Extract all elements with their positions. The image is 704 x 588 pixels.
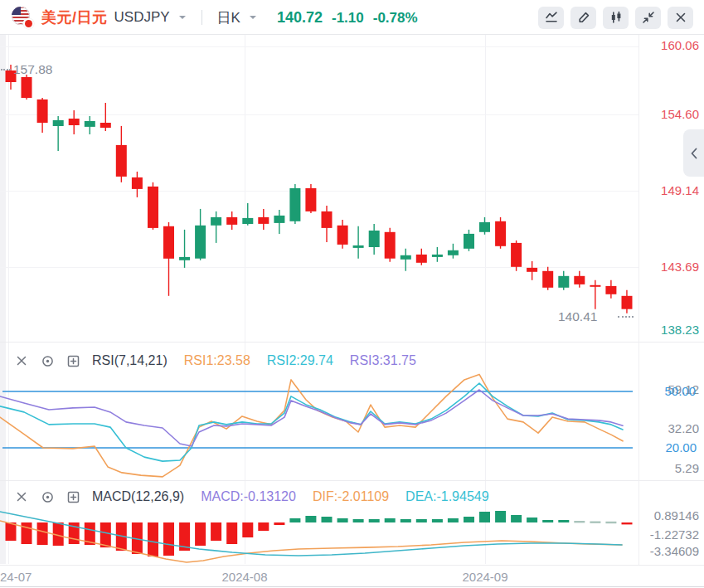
collapse-arrows-icon: [641, 10, 656, 25]
rsi-axis-label: 50.00: [664, 384, 696, 398]
rsi-chart[interactable]: [0, 373, 638, 479]
candle: [590, 280, 600, 309]
rsi-close-button[interactable]: [14, 353, 29, 368]
candle: [242, 203, 253, 226]
usdjpy-pair-flag-icon: [12, 7, 34, 28]
macd-histogram-bar: [258, 522, 269, 531]
pair-code-selector[interactable]: USDJPY: [114, 9, 170, 26]
macd-histogram-bar: [432, 519, 443, 522]
candle: [100, 103, 111, 131]
macd-histogram-bar: [148, 522, 158, 556]
candle: [53, 116, 64, 151]
pair-name-chinese: 美元/日元: [41, 7, 108, 27]
line-chart-button[interactable]: [538, 7, 564, 29]
macd-histogram-bar: [163, 522, 174, 556]
rsi-pane-header: RSI(7,14,21) RSI1:23.58 RSI2:29.74 RSI3:…: [14, 351, 416, 371]
macd-histogram-bar: [558, 520, 569, 522]
rsi1-value: RSI1:23.58: [184, 353, 250, 368]
candle: [448, 244, 459, 259]
macd-histogram-bar: [337, 518, 348, 522]
candle: [132, 172, 143, 197]
candle: [416, 249, 427, 265]
macd-histogram-bar: [511, 515, 522, 522]
symbol-group: 美元/日元 USDJPY 日K 140.72 -1.10 -0.78%: [0, 7, 418, 28]
rsi3-value: RSI3:31.75: [350, 353, 416, 368]
price-change-percent: -0.78%: [373, 10, 418, 27]
candle: [353, 226, 364, 259]
candle: [495, 217, 506, 249]
macd-histogram-bar: [574, 521, 585, 522]
last-price: 140.72: [277, 9, 323, 27]
macd-histogram-bar: [226, 522, 237, 544]
collapse-chart-button[interactable]: [635, 7, 661, 29]
candlestick-style-button[interactable]: [603, 7, 629, 29]
candle: [195, 209, 206, 260]
price-axis-label: 143.69: [661, 260, 699, 274]
candle: [574, 271, 585, 288]
chevron-down-icon[interactable]: [250, 16, 256, 22]
chevron-down-icon[interactable]: [179, 16, 186, 22]
price-axis-label: 149.14: [661, 183, 699, 197]
chart-header: 美元/日元 USDJPY 日K 140.72 -1.10 -0.78%: [0, 0, 704, 35]
macd-close-button[interactable]: [14, 489, 29, 504]
macd-histogram-bar: [195, 522, 206, 546]
macd-settings-button[interactable]: [40, 489, 55, 504]
plus-square-icon: [66, 490, 80, 504]
macd-histogram-bar: [369, 519, 380, 522]
candle: [479, 217, 490, 235]
candle: [401, 249, 411, 271]
price-change: -1.10: [332, 10, 364, 27]
price-axis-label: 154.60: [661, 107, 699, 121]
candle: [527, 261, 537, 280]
close-chart-button[interactable]: [668, 7, 693, 29]
candle: [622, 290, 633, 313]
macd-histogram-bar: [289, 518, 300, 522]
candle: [605, 280, 616, 299]
close-icon: [673, 10, 688, 25]
candle: [558, 271, 569, 290]
candle: [22, 75, 32, 100]
close-icon: [15, 354, 28, 367]
macd-histogram-bar: [479, 512, 490, 522]
candle: [322, 206, 333, 242]
candle: [305, 184, 316, 213]
rsi-add-button[interactable]: [66, 353, 80, 368]
interval-selector[interactable]: 日K: [217, 8, 240, 27]
chart-toolbar: [538, 7, 704, 29]
macd-histogram-bar: [385, 518, 396, 522]
candle: [37, 98, 48, 133]
rsi-settings-button[interactable]: [40, 353, 55, 368]
macd-histogram-bar: [242, 522, 253, 537]
header-divider: [201, 10, 202, 25]
candlestick-chart[interactable]: [0, 35, 638, 344]
macd-chart[interactable]: [0, 508, 638, 565]
annotation-dotted-line: [618, 316, 634, 318]
macd-value: MACD:-0.13120: [201, 489, 296, 504]
candle: [289, 184, 300, 224]
macd-histogram-bar: [211, 522, 221, 541]
candle: [258, 209, 269, 230]
candle: [69, 110, 80, 134]
rsi-line-rsi1: [0, 374, 623, 477]
draw-button[interactable]: [570, 7, 596, 29]
gear-icon: [41, 490, 55, 504]
sidebar-collapse-tab[interactable]: [683, 129, 704, 177]
candle: [432, 247, 443, 262]
candle: [511, 241, 522, 271]
candle: [163, 222, 174, 296]
close-icon: [15, 490, 28, 503]
window-bottom-border: [0, 586, 704, 587]
time-axis-label: 2024-09: [462, 570, 507, 584]
macd-histogram-bar: [605, 522, 616, 523]
candlestick-icon: [609, 10, 624, 25]
macd-add-button[interactable]: [66, 489, 80, 504]
macd-histogram-bar: [464, 517, 474, 522]
rsi-axis-label: 20.00: [665, 440, 697, 454]
price-axis-separator: [638, 35, 639, 565]
price-axis-label: 160.06: [661, 38, 699, 52]
candle: [542, 267, 553, 290]
candle: [148, 182, 158, 230]
gear-icon: [41, 354, 55, 368]
rsi2-value: RSI2:29.74: [267, 353, 333, 368]
quote-group: 140.72 -1.10 -0.78%: [277, 9, 418, 27]
